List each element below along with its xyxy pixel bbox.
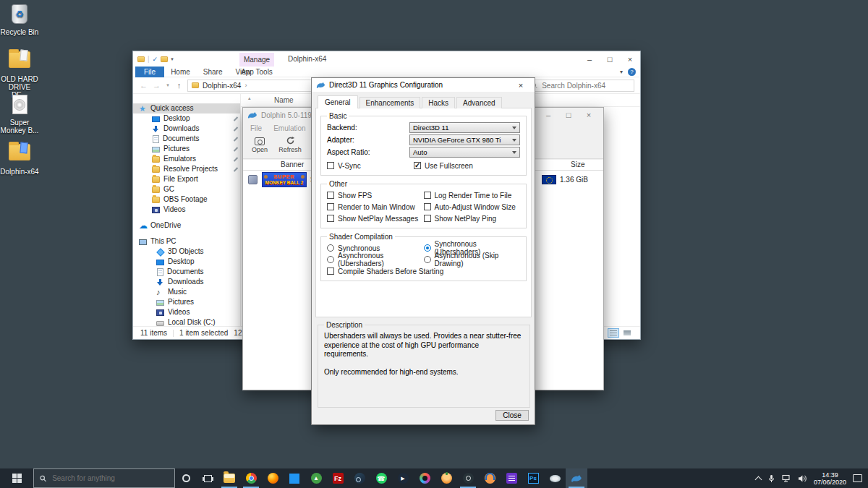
task-view-button[interactable] <box>197 468 218 488</box>
aspect-ratio-dropdown[interactable]: Auto <box>409 147 520 158</box>
menu-emulation[interactable]: Emulation <box>273 124 305 132</box>
hidden-icons-chevron-icon[interactable] <box>755 476 762 483</box>
refresh-button[interactable]: Refresh <box>279 136 301 153</box>
sidebar-item-music[interactable]: ♪Music <box>133 287 240 297</box>
close-button[interactable]: × <box>620 55 640 64</box>
explorer-search-box[interactable] <box>527 80 634 92</box>
backend-dropdown[interactable]: Direct3D 11 <box>409 122 520 133</box>
sidebar-item-downloads[interactable]: Downloads <box>133 124 240 134</box>
sidebar-item-onedrive[interactable]: ☁OneDrive <box>133 221 240 231</box>
column-banner[interactable]: Banner <box>281 160 304 168</box>
desktop-icon-recycle-bin[interactable]: ♻ Recycle Bin <box>0 4 39 36</box>
desktop-icon-super-monkey-ball[interactable]: Super Monkey B... <box>0 94 39 134</box>
breadcrumb-chevron-icon[interactable]: › <box>244 82 247 89</box>
tab-hacks[interactable]: Hacks <box>422 97 455 108</box>
taskbar-clock[interactable]: 14:39 07/06/2020 <box>814 471 846 486</box>
details-view-button[interactable] <box>608 328 619 338</box>
quick-access-toolbar[interactable]: | ✓ ▾ <box>133 55 174 63</box>
thumbnails-view-button[interactable] <box>621 328 633 338</box>
checkbox-render-to-main[interactable]: Render to Main Window <box>327 201 424 213</box>
taskbar-app-mixer[interactable] <box>501 468 522 488</box>
qat-customize-chevron-icon[interactable]: ▾ <box>171 56 174 62</box>
checkbox-show-netplay-messages[interactable]: Show NetPlay Messages <box>327 213 424 224</box>
sidebar-item-pictures[interactable]: Pictures <box>133 144 240 154</box>
taskbar-app-chrome[interactable] <box>240 468 262 488</box>
checkbox-auto-adjust-window[interactable]: Auto-Adjust Window Size <box>424 201 521 213</box>
tab-enhancements[interactable]: Enhancements <box>359 97 421 108</box>
forward-icon[interactable]: → <box>152 81 161 90</box>
sidebar-item-obs-footage[interactable]: OBS Footage <box>133 194 240 205</box>
sidebar-item-local-disk[interactable]: Local Disk (C:) <box>133 317 240 326</box>
sidebar-item-quick-access[interactable]: ★ Quick access <box>133 103 240 114</box>
desktop-icon-dolphin-x64[interactable]: Dolphin-x64 <box>0 140 39 176</box>
sidebar-item-file-export[interactable]: File Export <box>133 174 240 184</box>
help-icon[interactable]: ? <box>628 68 636 76</box>
open-button[interactable]: Open <box>249 136 271 153</box>
sidebar-item-gc[interactable]: GC <box>133 184 240 194</box>
up-icon[interactable]: ↑ <box>174 81 184 90</box>
checkbox-vsync[interactable]: V-Sync <box>327 160 414 171</box>
sidebar-item-desktop[interactable]: Desktop <box>133 114 240 124</box>
start-button[interactable] <box>0 468 33 488</box>
tab-app-tools[interactable]: App Tools <box>239 67 274 77</box>
tab-advanced[interactable]: Advanced <box>456 97 501 108</box>
sidebar-item-pc-desktop[interactable]: Desktop <box>133 257 240 267</box>
taskbar-app-file-explorer[interactable] <box>218 468 240 488</box>
cortana-button[interactable] <box>175 468 197 488</box>
taskbar-app-firefox[interactable] <box>262 468 284 488</box>
breadcrumb-path[interactable]: Dolphin-x64 <box>203 82 241 90</box>
search-input[interactable] <box>540 81 630 90</box>
properties-icon[interactable]: ✓ <box>153 56 158 63</box>
sidebar-item-this-pc[interactable]: This PC <box>133 236 240 247</box>
checkbox-log-render-time[interactable]: Log Render Time to File <box>424 189 521 201</box>
adapter-dropdown[interactable]: NVIDIA GeForce GTX 980 Ti <box>409 134 520 145</box>
manage-contextual-tab[interactable]: Manage <box>239 53 274 67</box>
checkbox-show-netplay-ping[interactable]: Show NetPlay Ping <box>424 213 521 224</box>
sidebar-item-pc-documents[interactable]: Documents <box>133 267 240 277</box>
close-icon[interactable]: × <box>511 81 530 90</box>
action-center-icon[interactable] <box>853 474 862 482</box>
taskbar-app-moth[interactable] <box>544 468 566 488</box>
radio-asynchronous-skip-drawing[interactable]: Asynchronous (Skip Drawing) <box>424 254 521 265</box>
new-folder-icon[interactable] <box>161 56 168 62</box>
tab-general[interactable]: General <box>318 95 358 108</box>
taskbar-app-davinci-resolve[interactable] <box>414 468 435 488</box>
maximize-button[interactable]: □ <box>600 55 620 64</box>
sidebar-item-pc-pictures[interactable]: Pictures <box>133 297 240 307</box>
taskbar-app-steam[interactable] <box>349 468 370 488</box>
maximize-button[interactable]: □ <box>558 111 579 119</box>
taskbar-app-vscode[interactable] <box>284 468 305 488</box>
close-button[interactable]: Close <box>495 410 529 421</box>
taskbar-app-monkey-ball[interactable] <box>435 468 457 488</box>
checkbox-show-fps[interactable]: Show FPS <box>327 189 424 201</box>
back-icon[interactable]: ← <box>139 81 148 90</box>
network-icon[interactable] <box>782 474 791 483</box>
volume-icon[interactable] <box>798 474 807 483</box>
menu-file[interactable]: File <box>250 124 262 132</box>
tab-file[interactable]: File <box>135 67 164 77</box>
sidebar-item-resolve-projects[interactable]: Resolve Projects <box>133 164 240 174</box>
taskbar-app-green-launcher[interactable]: ▲ <box>305 468 327 488</box>
microphone-icon[interactable] <box>767 474 775 483</box>
recent-locations-chevron-icon[interactable]: ▾ <box>165 82 171 88</box>
expand-ribbon-chevron-icon[interactable]: ▾ <box>620 69 623 75</box>
taskbar-app-obs-studio[interactable] <box>457 468 479 488</box>
column-size[interactable]: Size <box>571 160 584 168</box>
tab-home[interactable]: Home <box>164 67 197 77</box>
taskbar-app-photoshop[interactable]: Ps <box>522 468 544 488</box>
sidebar-item-videos[interactable]: Videos <box>133 205 240 215</box>
taskbar-app-dolphin[interactable] <box>566 468 587 488</box>
desktop-icon-old-hard-drive[interactable]: OLD HARD DRIVE DE... <box>0 48 39 99</box>
taskbar-app-voicemod[interactable] <box>479 468 501 488</box>
taskbar-search-input[interactable] <box>51 474 169 483</box>
sidebar-item-documents[interactable]: Documents <box>133 134 240 144</box>
taskbar-search-box[interactable] <box>33 468 175 488</box>
sidebar-item-pc-downloads[interactable]: Downloads <box>133 277 240 287</box>
minimize-button[interactable]: – <box>579 55 600 64</box>
taskbar-app-whatsapp[interactable]: ☎ <box>370 468 392 488</box>
close-button[interactable]: × <box>579 111 599 119</box>
sidebar-item-pc-videos[interactable]: Videos <box>133 307 240 317</box>
minimize-button[interactable]: – <box>538 111 558 119</box>
checkbox-use-fullscreen[interactable]: Use Fullscreen <box>414 160 473 171</box>
taskbar-app-filezilla[interactable]: Fz <box>327 468 349 488</box>
